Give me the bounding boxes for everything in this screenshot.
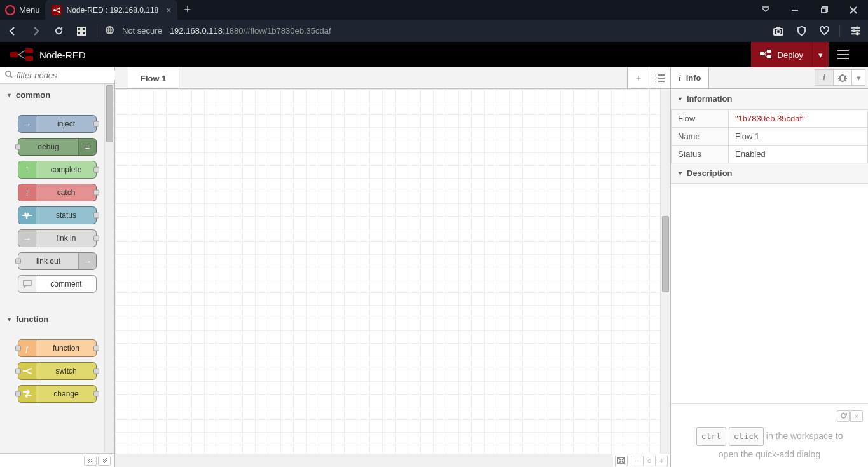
flow-tab[interactable]: Flow 1: [128, 67, 179, 88]
palette-node-complete[interactable]: !complete: [18, 161, 97, 179]
navigator-button[interactable]: [615, 456, 628, 466]
palette: ▾ common →inject debug≡ !complete !catch…: [0, 67, 115, 467]
palette-filter-input[interactable]: [17, 71, 124, 80]
tip-refresh-button[interactable]: [837, 410, 850, 422]
nav-back-button[interactable]: [5, 24, 20, 39]
zoom-out-button[interactable]: −: [631, 456, 644, 466]
palette-footer: [0, 453, 114, 467]
palette-node-debug[interactable]: debug≡: [18, 138, 97, 156]
deploy-dropdown-button[interactable]: ▾: [812, 42, 829, 67]
svg-point-11: [776, 30, 780, 34]
workspace-vscrollbar[interactable]: [660, 89, 670, 454]
node-red-logo-icon: [10, 48, 33, 61]
tip-text: ctrl click in the workspace to open the …: [676, 427, 863, 463]
nav-forward-button[interactable]: [28, 24, 43, 39]
sidebar-debug-button[interactable]: [833, 69, 852, 86]
chevron-down-icon: ▾: [679, 95, 682, 102]
section-information[interactable]: ▾ Information: [671, 89, 868, 109]
svg-rect-18: [760, 52, 764, 55]
easy-setup-icon[interactable]: [848, 24, 863, 39]
info-name-value: Flow 1: [729, 128, 868, 146]
palette-node-function[interactable]: ƒfunction: [18, 339, 97, 357]
palette-scrollbar[interactable]: [104, 84, 114, 453]
main-menu-button[interactable]: [829, 50, 858, 59]
info-flow-value: "1b7830eb.35cdaf": [735, 114, 805, 123]
section-description[interactable]: ▾ Description: [671, 163, 868, 184]
palette-node-comment[interactable]: comment: [18, 275, 97, 293]
snapshot-icon[interactable]: [771, 24, 786, 39]
node-red-logo: Node-RED: [10, 48, 86, 61]
svg-rect-6: [82, 27, 85, 30]
url-port: :1880: [223, 26, 244, 36]
window-minimize-button[interactable]: [780, 0, 809, 20]
sidebar-tab-info[interactable]: i info: [671, 67, 709, 88]
palette-collapse-up-button[interactable]: [84, 456, 97, 466]
address-bar: Not secure 192.168.0.118:1880/#flow/1b78…: [0, 20, 868, 42]
function-icon: ƒ: [18, 340, 36, 356]
info-name-key: Name: [672, 128, 729, 146]
palette-node-link-out[interactable]: link out→: [18, 252, 97, 270]
palette-node-switch[interactable]: switch: [18, 362, 97, 380]
palette-node-status[interactable]: status: [18, 206, 97, 224]
menu-label: Menu: [19, 5, 40, 15]
svg-point-23: [840, 75, 845, 81]
tab-close-button[interactable]: ×: [166, 5, 171, 15]
workspace-hscrollbar[interactable]: [115, 454, 660, 467]
sidebar: i info i ▾ ▾ Information Flow"1b7830eb.3…: [671, 67, 868, 467]
sidebar-info-button[interactable]: i: [815, 69, 834, 86]
chevron-down-icon: ▾: [8, 91, 11, 98]
svg-rect-15: [10, 52, 18, 57]
svg-point-14: [856, 33, 858, 35]
switch-icon: [18, 363, 36, 379]
heart-icon[interactable]: [816, 24, 832, 39]
svg-rect-0: [52, 5, 62, 15]
info-table: Flow"1b7830eb.35cdaf" NameFlow 1 StatusE…: [671, 109, 868, 163]
description-body: [671, 184, 868, 403]
palette-node-inject[interactable]: →inject: [18, 115, 97, 133]
app-title: Node-RED: [39, 50, 86, 60]
workspace: Flow 1 ＋ − ○ +: [115, 67, 671, 467]
svg-point-12: [856, 27, 858, 29]
nav-reload-button[interactable]: [51, 24, 66, 39]
svg-rect-7: [78, 32, 81, 35]
status-icon: [18, 207, 36, 224]
workspace-canvas[interactable]: [115, 89, 670, 467]
svg-rect-5: [78, 27, 81, 30]
svg-point-13: [853, 30, 855, 32]
palette-node-catch[interactable]: !catch: [18, 184, 97, 201]
zoom-in-button[interactable]: +: [655, 456, 668, 466]
svg-rect-4: [821, 8, 825, 13]
comment-icon: [18, 276, 36, 292]
category-label: function: [16, 315, 48, 324]
palette-node-link-in[interactable]: →link in: [18, 229, 97, 247]
chevron-down-icon: ▾: [679, 170, 682, 177]
tabs-menu-icon[interactable]: [751, 0, 780, 20]
svg-rect-8: [82, 32, 85, 35]
flow-list-button[interactable]: [649, 67, 670, 88]
palette-filter[interactable]: [0, 67, 114, 84]
chevron-down-icon: ▾: [8, 316, 11, 323]
info-flow-key: Flow: [672, 110, 729, 128]
speed-dial-icon[interactable]: [74, 24, 89, 39]
url-path: /#flow/1b7830eb.35cdaf: [244, 26, 331, 36]
deploy-button[interactable]: Deploy ▾: [750, 42, 829, 67]
alert-icon: !: [18, 184, 36, 201]
new-tab-button[interactable]: +: [177, 3, 197, 17]
svg-rect-16: [25, 48, 33, 53]
sidebar-dropdown-button[interactable]: ▾: [851, 69, 865, 86]
window-close-button[interactable]: [839, 0, 868, 20]
tips-panel: × ctrl click in the workspace to open th…: [671, 403, 868, 467]
url-display[interactable]: Not secure 192.168.0.118:1880/#flow/1b78…: [105, 25, 763, 37]
add-flow-button[interactable]: ＋: [627, 67, 649, 88]
shield-icon[interactable]: [794, 24, 809, 39]
palette-category-function[interactable]: ▾ function: [0, 308, 114, 330]
category-label: common: [16, 90, 50, 100]
palette-category-common[interactable]: ▾ common: [0, 84, 114, 106]
tip-close-button[interactable]: ×: [850, 410, 863, 422]
opera-menu-button[interactable]: Menu: [0, 5, 45, 15]
palette-node-change[interactable]: change: [18, 385, 97, 403]
zoom-reset-button[interactable]: ○: [643, 456, 656, 466]
browser-tab-active[interactable]: Node-RED : 192.168.0.118 ×: [45, 0, 178, 20]
palette-collapse-down-button[interactable]: [98, 456, 111, 466]
window-maximize-button[interactable]: [809, 0, 839, 20]
